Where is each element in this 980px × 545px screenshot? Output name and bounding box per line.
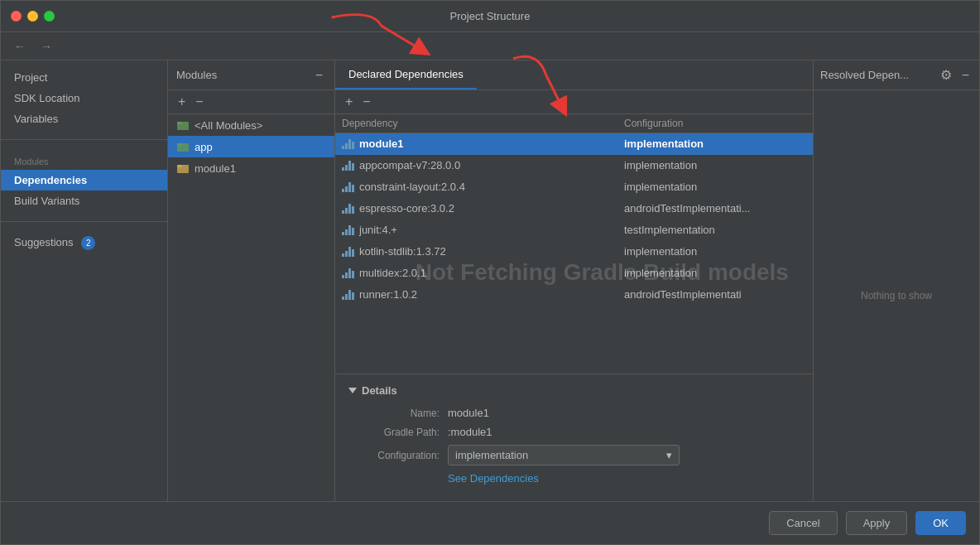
modules-panel-title: Modules [176,69,217,81]
sidebar-item-suggestions[interactable]: Suggestions 2 [1,232,167,254]
deps-header: Declared Dependencies [335,60,813,90]
maximize-button[interactable] [44,11,55,22]
dep-label-espresso: espresso-core:3.0.2 [359,202,454,215]
table-row[interactable]: runner:1.0.2 androidTestImplementati [335,284,813,306]
table-row[interactable]: kotlin-stdlib:1.3.72 implementation [335,241,813,263]
deps-minus-button[interactable]: − [359,94,373,110]
table-row[interactable]: multidex:2.0.1 implementation [335,263,813,284]
sidebar-item-dependencies[interactable]: Dependencies [1,170,167,191]
module-item-all-modules[interactable]: <All Modules> [168,114,334,136]
all-modules-icon [176,118,190,132]
dep-label-kotlin: kotlin-stdlib:1.3.72 [359,245,446,258]
resolved-title: Resolved Depen... [820,69,909,81]
sidebar-item-sdk-location[interactable]: SDK Location [1,88,167,109]
table-row[interactable]: espresso-core:3.0.2 androidTestImplement… [335,198,813,219]
svg-rect-3 [177,143,182,146]
resolved-panel: Resolved Depen... ⚙ − Nothing to show [814,60,979,501]
sidebar-divider-2 [1,221,167,222]
chevron-down-icon: ▾ [666,449,672,461]
dep-label-junit: junit:4.+ [359,224,397,236]
bar-chart-icon [342,225,354,235]
dep-config-junit: testImplementation [624,224,806,236]
details-see-deps-row: See Dependencies [348,472,800,485]
apply-button[interactable]: Apply [846,511,908,535]
sidebar-middle-section: Modules Dependencies Build Variants [1,143,167,218]
bar-chart-icon [342,182,354,192]
close-button[interactable] [11,11,22,22]
sidebar-item-project[interactable]: Project [1,67,167,88]
deps-add-button[interactable]: + [342,94,356,110]
all-modules-label: <All Modules> [195,119,262,132]
resolved-header: Resolved Depen... ⚙ − [814,60,979,90]
ok-button[interactable]: OK [915,511,966,535]
forward-button[interactable]: → [37,38,55,55]
details-title: Details [362,384,397,397]
svg-rect-1 [177,122,182,124]
resolved-minus-button[interactable]: − [958,67,973,84]
dep-label-runner: runner:1.0.2 [359,288,417,301]
table-row[interactable]: constraint-layout:2.0.4 implementation [335,176,813,198]
table-row[interactable]: junit:4.+ testImplementation [335,219,813,241]
title-bar: Project Structure [1,1,979,32]
bar-chart-icon [342,204,354,214]
bar-chart-icon [342,268,354,278]
sidebar-item-suggestions-label: Suggestions [14,236,74,248]
details-header[interactable]: Details [348,384,800,397]
details-section: Details Name: module1 Gradle Path: :modu… [335,374,813,501]
dep-name-appcompat: appcompat-v7:28.0.0 [342,159,624,171]
table-row[interactable]: module1 implementation [335,133,813,155]
dep-label-module1: module1 [359,137,403,150]
sidebar-item-build-variants[interactable]: Build Variants [1,191,167,211]
see-dependencies-link[interactable]: See Dependencies [448,472,539,485]
resolved-actions: ⚙ − [937,67,973,84]
nothing-to-show: Nothing to show [814,90,979,501]
details-name-label: Name: [348,408,448,419]
resolved-settings-button[interactable]: ⚙ [937,67,955,84]
app-icon [176,140,190,153]
module-subtract-button[interactable]: − [192,94,206,110]
svg-rect-5 [177,165,182,167]
bar-chart-icon [342,247,354,257]
module-toolbar: + − [168,90,334,114]
deps-panel: Declared Dependencies + − Dependency Con… [335,60,814,501]
table-row[interactable]: appcompat-v7:28.0.0 implementation [335,155,813,176]
dep-label-multidex: multidex:2.0.1 [359,267,426,279]
back-button[interactable]: ← [11,38,29,55]
sidebar-item-project-label: Project [14,71,47,84]
col-dependency-label: Dependency [342,118,624,129]
config-select[interactable]: implementation ▾ [448,445,680,465]
dep-config-constraint: implementation [624,181,806,193]
details-collapse-icon [348,388,357,393]
module-item-app[interactable]: app [168,136,334,157]
project-structure-dialog: Project Structure ← → Project SDK Locati… [0,0,980,545]
bottom-bar: Cancel Apply OK [1,501,979,544]
module-add-button[interactable]: + [175,94,189,110]
module-item-module1[interactable]: module1 [168,157,334,179]
minimize-button[interactable] [27,11,38,22]
sidebar-item-build-variants-label: Build Variants [14,195,79,207]
sidebar-bottom-section: Suggestions 2 [1,225,167,261]
details-name-value: module1 [448,407,489,419]
dialog-title: Project Structure [450,10,531,22]
dep-name-module1: module1 [342,137,624,150]
module1-label: module1 [195,162,236,175]
suggestions-badge: 2 [81,236,95,250]
details-gradle-value: :module1 [448,426,492,438]
details-config-label: Configuration: [348,450,448,461]
declared-deps-tab[interactable]: Declared Dependencies [335,60,477,89]
config-select-value: implementation [455,449,528,461]
dep-config-kotlin: implementation [624,245,806,258]
bar-chart-icon [342,139,354,149]
main-content: Project SDK Location Variables Modules D… [1,60,979,501]
sidebar-modules-label: Modules [1,150,167,170]
cancel-button[interactable]: Cancel [769,511,837,535]
col-configuration-label: Configuration [624,118,806,129]
dep-config-appcompat: implementation [624,159,806,171]
sidebar-item-variables[interactable]: Variables [1,109,167,129]
deps-toolbar: + − [335,90,813,114]
sidebar-item-variables-label: Variables [14,113,58,125]
modules-minus-button[interactable]: − [312,67,326,84]
sidebar-top-section: Project SDK Location Variables [1,60,167,136]
sidebar-divider-1 [1,139,167,140]
title-bar-buttons [11,11,55,22]
